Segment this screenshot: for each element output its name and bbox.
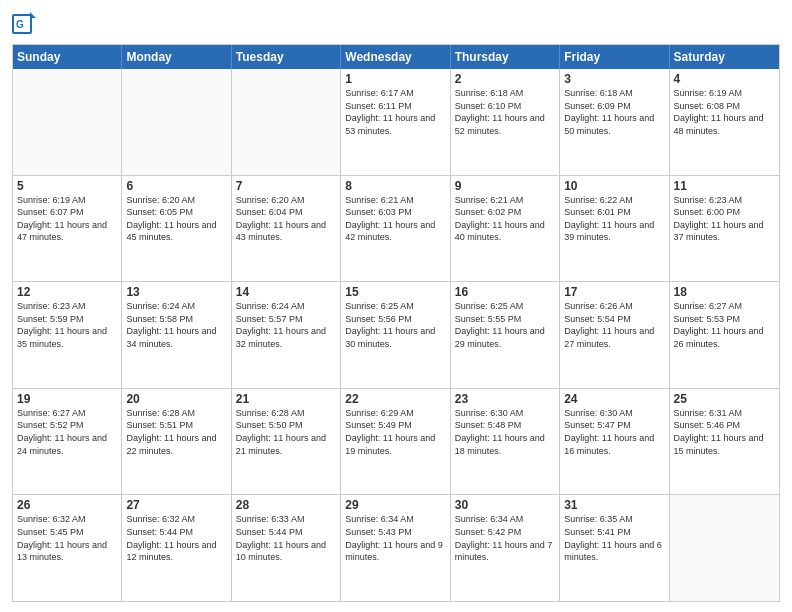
cal-cell: 2Sunrise: 6:18 AMSunset: 6:10 PMDaylight… [451, 69, 560, 175]
cell-info: Sunrise: 6:22 AMSunset: 6:01 PMDaylight:… [564, 194, 664, 244]
cell-info: Sunrise: 6:21 AMSunset: 6:02 PMDaylight:… [455, 194, 555, 244]
cell-info: Sunrise: 6:21 AMSunset: 6:03 PMDaylight:… [345, 194, 445, 244]
cell-info: Sunrise: 6:32 AMSunset: 5:45 PMDaylight:… [17, 513, 117, 563]
header-day-wednesday: Wednesday [341, 45, 450, 69]
day-number: 6 [126, 179, 226, 193]
cell-info: Sunrise: 6:35 AMSunset: 5:41 PMDaylight:… [564, 513, 664, 563]
day-number: 8 [345, 179, 445, 193]
cell-info: Sunrise: 6:30 AMSunset: 5:47 PMDaylight:… [564, 407, 664, 457]
cal-cell: 29Sunrise: 6:34 AMSunset: 5:43 PMDayligh… [341, 495, 450, 601]
cal-cell: 11Sunrise: 6:23 AMSunset: 6:00 PMDayligh… [670, 176, 779, 282]
day-number: 15 [345, 285, 445, 299]
cell-info: Sunrise: 6:20 AMSunset: 6:05 PMDaylight:… [126, 194, 226, 244]
cell-info: Sunrise: 6:19 AMSunset: 6:07 PMDaylight:… [17, 194, 117, 244]
day-number: 21 [236, 392, 336, 406]
cell-info: Sunrise: 6:34 AMSunset: 5:42 PMDaylight:… [455, 513, 555, 563]
svg-text:G: G [16, 19, 24, 30]
day-number: 25 [674, 392, 775, 406]
day-number: 14 [236, 285, 336, 299]
cal-cell: 21Sunrise: 6:28 AMSunset: 5:50 PMDayligh… [232, 389, 341, 495]
cal-cell: 4Sunrise: 6:19 AMSunset: 6:08 PMDaylight… [670, 69, 779, 175]
day-number: 4 [674, 72, 775, 86]
cal-cell: 25Sunrise: 6:31 AMSunset: 5:46 PMDayligh… [670, 389, 779, 495]
day-number: 30 [455, 498, 555, 512]
cell-info: Sunrise: 6:23 AMSunset: 6:00 PMDaylight:… [674, 194, 775, 244]
header-day-thursday: Thursday [451, 45, 560, 69]
cal-cell [122, 69, 231, 175]
logo: G [12, 10, 40, 38]
cell-info: Sunrise: 6:28 AMSunset: 5:50 PMDaylight:… [236, 407, 336, 457]
day-number: 20 [126, 392, 226, 406]
cal-cell: 13Sunrise: 6:24 AMSunset: 5:58 PMDayligh… [122, 282, 231, 388]
day-number: 22 [345, 392, 445, 406]
cell-info: Sunrise: 6:20 AMSunset: 6:04 PMDaylight:… [236, 194, 336, 244]
cal-cell: 7Sunrise: 6:20 AMSunset: 6:04 PMDaylight… [232, 176, 341, 282]
cal-cell: 28Sunrise: 6:33 AMSunset: 5:44 PMDayligh… [232, 495, 341, 601]
cell-info: Sunrise: 6:18 AMSunset: 6:10 PMDaylight:… [455, 87, 555, 137]
day-number: 2 [455, 72, 555, 86]
cal-cell: 10Sunrise: 6:22 AMSunset: 6:01 PMDayligh… [560, 176, 669, 282]
header: G [12, 10, 780, 38]
cal-cell [670, 495, 779, 601]
header-day-saturday: Saturday [670, 45, 779, 69]
day-number: 5 [17, 179, 117, 193]
cell-info: Sunrise: 6:34 AMSunset: 5:43 PMDaylight:… [345, 513, 445, 563]
calendar-header: SundayMondayTuesdayWednesdayThursdayFrid… [13, 45, 779, 69]
calendar-row-4: 19Sunrise: 6:27 AMSunset: 5:52 PMDayligh… [13, 389, 779, 496]
cell-info: Sunrise: 6:24 AMSunset: 5:58 PMDaylight:… [126, 300, 226, 350]
day-number: 11 [674, 179, 775, 193]
cal-cell: 23Sunrise: 6:30 AMSunset: 5:48 PMDayligh… [451, 389, 560, 495]
cell-info: Sunrise: 6:19 AMSunset: 6:08 PMDaylight:… [674, 87, 775, 137]
cal-cell: 9Sunrise: 6:21 AMSunset: 6:02 PMDaylight… [451, 176, 560, 282]
cal-cell: 17Sunrise: 6:26 AMSunset: 5:54 PMDayligh… [560, 282, 669, 388]
cal-cell: 18Sunrise: 6:27 AMSunset: 5:53 PMDayligh… [670, 282, 779, 388]
cal-cell: 24Sunrise: 6:30 AMSunset: 5:47 PMDayligh… [560, 389, 669, 495]
cell-info: Sunrise: 6:27 AMSunset: 5:52 PMDaylight:… [17, 407, 117, 457]
cal-cell: 16Sunrise: 6:25 AMSunset: 5:55 PMDayligh… [451, 282, 560, 388]
calendar-row-5: 26Sunrise: 6:32 AMSunset: 5:45 PMDayligh… [13, 495, 779, 601]
day-number: 10 [564, 179, 664, 193]
cal-cell: 1Sunrise: 6:17 AMSunset: 6:11 PMDaylight… [341, 69, 450, 175]
cal-cell: 6Sunrise: 6:20 AMSunset: 6:05 PMDaylight… [122, 176, 231, 282]
svg-marker-3 [30, 12, 36, 18]
cell-info: Sunrise: 6:29 AMSunset: 5:49 PMDaylight:… [345, 407, 445, 457]
cal-cell: 15Sunrise: 6:25 AMSunset: 5:56 PMDayligh… [341, 282, 450, 388]
cal-cell: 26Sunrise: 6:32 AMSunset: 5:45 PMDayligh… [13, 495, 122, 601]
day-number: 7 [236, 179, 336, 193]
cal-cell [13, 69, 122, 175]
calendar-container: G SundayMondayTuesdayWednesdayThursdayFr… [0, 0, 792, 612]
cell-info: Sunrise: 6:27 AMSunset: 5:53 PMDaylight:… [674, 300, 775, 350]
header-day-friday: Friday [560, 45, 669, 69]
cal-cell: 20Sunrise: 6:28 AMSunset: 5:51 PMDayligh… [122, 389, 231, 495]
calendar-row-2: 5Sunrise: 6:19 AMSunset: 6:07 PMDaylight… [13, 176, 779, 283]
day-number: 31 [564, 498, 664, 512]
cal-cell: 8Sunrise: 6:21 AMSunset: 6:03 PMDaylight… [341, 176, 450, 282]
cal-cell: 14Sunrise: 6:24 AMSunset: 5:57 PMDayligh… [232, 282, 341, 388]
cal-cell: 30Sunrise: 6:34 AMSunset: 5:42 PMDayligh… [451, 495, 560, 601]
day-number: 26 [17, 498, 117, 512]
header-day-monday: Monday [122, 45, 231, 69]
cell-info: Sunrise: 6:18 AMSunset: 6:09 PMDaylight:… [564, 87, 664, 137]
cal-cell: 3Sunrise: 6:18 AMSunset: 6:09 PMDaylight… [560, 69, 669, 175]
day-number: 27 [126, 498, 226, 512]
cell-info: Sunrise: 6:28 AMSunset: 5:51 PMDaylight:… [126, 407, 226, 457]
cal-cell: 27Sunrise: 6:32 AMSunset: 5:44 PMDayligh… [122, 495, 231, 601]
cell-info: Sunrise: 6:17 AMSunset: 6:11 PMDaylight:… [345, 87, 445, 137]
day-number: 13 [126, 285, 226, 299]
cal-cell: 19Sunrise: 6:27 AMSunset: 5:52 PMDayligh… [13, 389, 122, 495]
day-number: 24 [564, 392, 664, 406]
day-number: 3 [564, 72, 664, 86]
day-number: 9 [455, 179, 555, 193]
day-number: 1 [345, 72, 445, 86]
cell-info: Sunrise: 6:31 AMSunset: 5:46 PMDaylight:… [674, 407, 775, 457]
day-number: 17 [564, 285, 664, 299]
header-day-tuesday: Tuesday [232, 45, 341, 69]
cell-info: Sunrise: 6:25 AMSunset: 5:55 PMDaylight:… [455, 300, 555, 350]
cell-info: Sunrise: 6:33 AMSunset: 5:44 PMDaylight:… [236, 513, 336, 563]
cell-info: Sunrise: 6:30 AMSunset: 5:48 PMDaylight:… [455, 407, 555, 457]
day-number: 18 [674, 285, 775, 299]
cell-info: Sunrise: 6:25 AMSunset: 5:56 PMDaylight:… [345, 300, 445, 350]
cell-info: Sunrise: 6:24 AMSunset: 5:57 PMDaylight:… [236, 300, 336, 350]
cal-cell [232, 69, 341, 175]
header-day-sunday: Sunday [13, 45, 122, 69]
